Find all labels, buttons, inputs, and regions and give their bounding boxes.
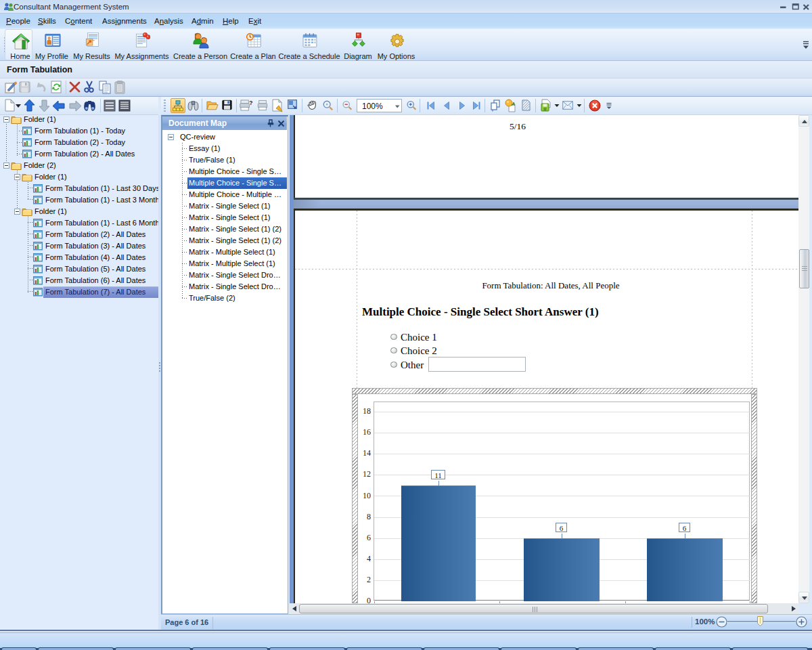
svg-text:?: ? <box>249 100 252 106</box>
